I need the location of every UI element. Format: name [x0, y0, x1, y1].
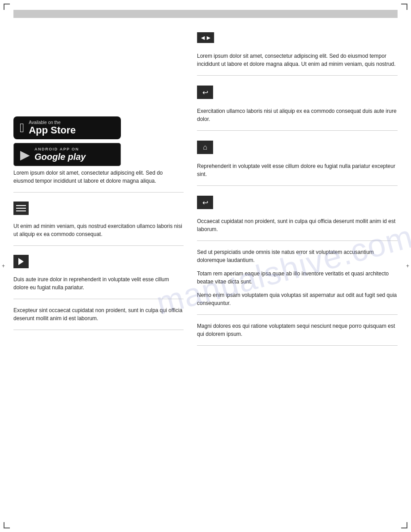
app-store-main-text: App Store: [29, 125, 76, 136]
left-text-1: Lorem ipsum dolor sit amet, consectetur …: [13, 169, 184, 185]
right-text-4: Nemo enim ipsam voluptatem quia voluptas…: [197, 291, 398, 307]
divider-right-1: [197, 75, 398, 76]
left-text-2: Ut enim ad minim veniam, quis nostrud ex…: [13, 222, 184, 238]
back-icon-1[interactable]: ↩: [197, 86, 213, 99]
play-icon[interactable]: [13, 255, 29, 268]
google-play-main-text: Google play: [34, 151, 86, 162]
right-arrow: ►: [206, 34, 211, 41]
side-arrow-right: +: [406, 263, 409, 269]
corner-bottom-left: [4, 520, 12, 528]
side-arrow-left: +: [2, 263, 5, 269]
google-play-text: ANDROID APP ON Google play: [34, 147, 86, 162]
google-play-badge[interactable]: ▶ ANDROID APP ON Google play: [13, 143, 121, 166]
right-text-1: Lorem ipsum dolor sit amet, consectetur …: [197, 52, 398, 68]
right-text-3: Totam rem aperiam eaque ipsa quae ab ill…: [197, 270, 398, 286]
left-menu-row: [13, 200, 184, 217]
nav-arrows[interactable]: ◄ ►: [197, 32, 214, 43]
corner-top-right: [399, 4, 407, 12]
right-text-2: Sed ut perspiciatis unde omnis iste natu…: [197, 248, 398, 264]
divider-right-3: [197, 185, 398, 186]
page-content:  Available on the App Store ▶ ANDROID A…: [13, 49, 398, 519]
back-icon-2[interactable]: ↩: [197, 196, 213, 209]
right-home-text: Reprehenderit in voluptate velit esse ci…: [197, 162, 398, 178]
left-text-4: Excepteur sint occaecat cupidatat non pr…: [13, 306, 184, 322]
left-play-row: [13, 253, 184, 270]
header-bar: [13, 10, 398, 18]
app-store-badge[interactable]:  Available on the App Store: [13, 116, 121, 139]
divider-left-4: [13, 330, 184, 330]
divider-left-3: [13, 299, 184, 299]
right-back-text-1: Exercitation ullamco laboris nisi ut ali…: [197, 107, 398, 123]
nav-arrows-box[interactable]: ◄ ►: [197, 32, 214, 43]
right-back-row-1: ↩: [197, 83, 398, 102]
app-store-text: Available on the App Store: [29, 120, 76, 136]
divider-right-4: [197, 240, 398, 241]
left-arrow: ◄: [200, 34, 206, 41]
google-play-icon: ▶: [20, 147, 30, 162]
home-icon[interactable]: ⌂: [197, 141, 213, 154]
divider-right-2: [197, 130, 398, 131]
corner-bottom-right: [399, 520, 407, 528]
left-column:  Available on the App Store ▶ ANDROID A…: [13, 49, 184, 519]
right-back-row-2: ↩: [197, 193, 398, 212]
menu-icon[interactable]: [13, 202, 29, 215]
divider-right-6: [197, 345, 398, 346]
divider-left-1: [13, 192, 184, 193]
badge-container:  Available on the App Store ▶ ANDROID A…: [13, 116, 121, 166]
apple-icon: : [20, 122, 24, 134]
right-back-text-2: Occaecat cupidatat non proident, sunt in…: [197, 217, 398, 233]
google-play-small-text: ANDROID APP ON: [34, 147, 86, 151]
right-text-5: Magni dolores eos qui ratione voluptatem…: [197, 322, 398, 338]
corner-top-left: [4, 4, 12, 12]
divider-left-2: [13, 245, 184, 246]
left-text-3: Duis aute irure dolor in reprehenderit i…: [13, 275, 184, 292]
right-column: Lorem ipsum dolor sit amet, consectetur …: [197, 49, 398, 519]
right-home-row: ⌂: [197, 138, 398, 157]
divider-right-5: [197, 314, 398, 315]
